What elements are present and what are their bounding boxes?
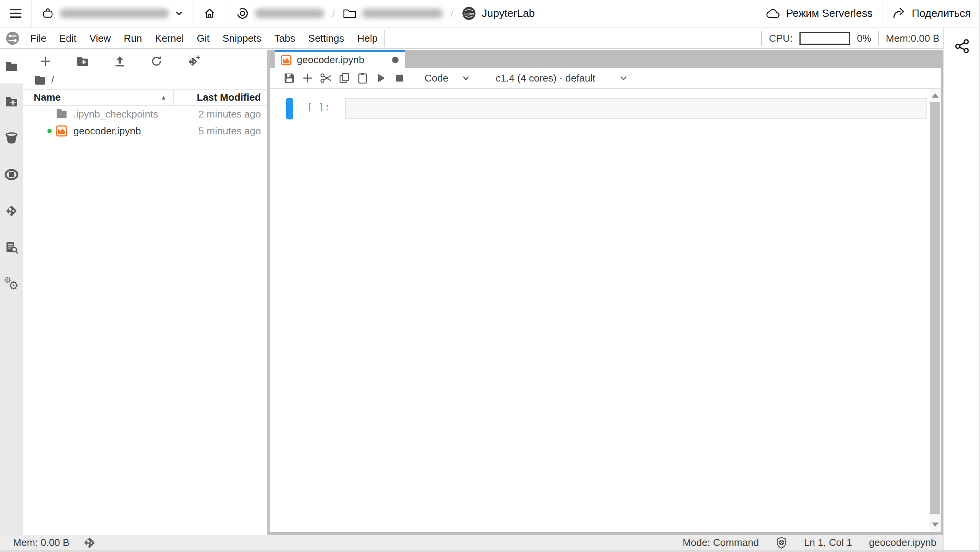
redacted-service-name bbox=[60, 9, 169, 18]
document-search-icon bbox=[5, 240, 18, 254]
memory-usage: Mem: 0.00 B bbox=[13, 537, 69, 549]
active-filename[interactable]: geocoder.ipynb bbox=[869, 537, 936, 549]
status-divider bbox=[878, 31, 879, 46]
menu-tabs[interactable]: Tabs bbox=[268, 33, 302, 44]
notebook-toolbar: Code c1.4 (4 cores) - default bbox=[270, 68, 941, 89]
sidebar-tab-toc-search[interactable] bbox=[0, 229, 23, 265]
file-row-geocoder-ipynb[interactable]: geocoder.ipynb 5 minutes ago bbox=[23, 122, 267, 139]
new-launcher-button[interactable] bbox=[40, 56, 51, 67]
community-target-icon bbox=[236, 7, 249, 20]
main-menu-cell bbox=[0, 0, 32, 27]
sidebar-tab-new-directory[interactable] bbox=[0, 83, 23, 120]
cut-cells-button[interactable] bbox=[317, 70, 335, 87]
cursor-position[interactable]: Ln 1, Col 1 bbox=[804, 537, 852, 549]
breadcrumb-separator: / bbox=[448, 7, 456, 20]
serverless-mode-button[interactable]: Режим Serverless bbox=[757, 0, 882, 27]
file-list-header: Name ▲ Last Modified bbox=[23, 89, 267, 106]
menu-edit[interactable]: Edit bbox=[53, 33, 83, 44]
service-bag-icon bbox=[41, 7, 54, 20]
home-button[interactable] bbox=[203, 7, 217, 20]
cpu-value: 0% bbox=[857, 33, 871, 44]
stop-kernel-button[interactable] bbox=[390, 70, 409, 87]
folder-plus-icon bbox=[5, 96, 18, 108]
redacted-project-name[interactable] bbox=[255, 9, 324, 18]
bucket-icon bbox=[5, 132, 18, 144]
menu-help[interactable]: Help bbox=[351, 33, 384, 44]
scroll-down-arrow[interactable] bbox=[932, 523, 939, 527]
menu-run[interactable]: Run bbox=[117, 33, 149, 44]
memory-indicator: Mem:0.00 B bbox=[886, 33, 939, 44]
jupyter-logo-icon: jupyter bbox=[461, 6, 477, 21]
sidebar-tab-file-browser[interactable] bbox=[0, 50, 23, 83]
app-title: JupyterLab bbox=[482, 7, 535, 20]
cell-type-select[interactable]: Code bbox=[425, 72, 470, 84]
refresh-button[interactable] bbox=[151, 56, 162, 67]
cell-selection-bar bbox=[286, 98, 293, 119]
menu-file[interactable]: File bbox=[24, 33, 53, 44]
window-bottom-edge bbox=[0, 550, 980, 552]
svg-text:jupyter: jupyter bbox=[463, 12, 474, 16]
menu-divider bbox=[384, 30, 385, 47]
file-browser-breadcrumb[interactable]: / bbox=[23, 70, 267, 89]
file-browser-toolbar bbox=[23, 52, 267, 70]
paste-cells-button[interactable] bbox=[353, 70, 372, 87]
tab-geocoder-ipynb[interactable]: geocoder.ipynb bbox=[275, 50, 405, 68]
hamburger-menu-button[interactable] bbox=[9, 8, 22, 19]
sidebar-tab-settings[interactable]: ⚙⚙ bbox=[0, 265, 23, 302]
kernel-select[interactable]: c1.4 (4 cores) - default bbox=[496, 72, 628, 84]
sidebar-tab-bucket[interactable] bbox=[0, 120, 23, 156]
right-margin bbox=[943, 28, 980, 552]
share-button[interactable]: Поделиться bbox=[882, 0, 980, 27]
column-header-name[interactable]: Name ▲ bbox=[23, 90, 174, 105]
notebook-dock-panel: geocoder.ipynb bbox=[270, 50, 943, 535]
redacted-folder-name[interactable] bbox=[362, 9, 443, 18]
chevron-down-icon bbox=[174, 9, 184, 18]
scroll-up-arrow[interactable] bbox=[932, 93, 939, 98]
cell-input-editor[interactable] bbox=[345, 98, 927, 119]
menu-settings[interactable]: Settings bbox=[302, 33, 351, 44]
menu-bar: File Edit View Run Kernel Git Snippets T… bbox=[0, 28, 943, 49]
upload-button[interactable] bbox=[114, 56, 125, 67]
notebook-content: [ ]: bbox=[270, 89, 941, 532]
stop-oval-icon bbox=[4, 169, 19, 180]
notebook-mode[interactable]: Mode: Command bbox=[682, 537, 759, 549]
git-branch-icon bbox=[5, 204, 18, 218]
sidebar-tab-git[interactable] bbox=[0, 193, 23, 229]
kernel-running-indicator bbox=[47, 129, 52, 133]
status-bar: Mem: 0.00 B Mode: Command Ln 1, Col 1 ge… bbox=[0, 535, 943, 550]
trust-shield-icon[interactable] bbox=[776, 537, 787, 549]
menu-view[interactable]: View bbox=[83, 33, 117, 44]
top-bar: / / jupyter JupyterLab Режим Serverless bbox=[0, 0, 980, 28]
datasphere-logo bbox=[5, 30, 21, 46]
activity-bar: ⚙⚙ bbox=[0, 50, 23, 535]
file-browser-panel: / Name ▲ Last Modified .ipynb_checkpoint… bbox=[23, 50, 267, 535]
new-folder-button[interactable] bbox=[77, 56, 89, 67]
file-row-ipynb-checkpoints[interactable]: .ipynb_checkpoints 2 minutes ago bbox=[23, 106, 267, 122]
folder-icon bbox=[34, 75, 46, 85]
scrollbar-thumb[interactable] bbox=[930, 102, 940, 514]
menu-snippets[interactable]: Snippets bbox=[216, 33, 268, 44]
run-cell-button[interactable] bbox=[372, 70, 390, 87]
share-nodes-icon[interactable] bbox=[954, 39, 970, 552]
sidebar-tab-running-sessions[interactable] bbox=[0, 156, 23, 193]
copy-cells-button[interactable] bbox=[335, 70, 353, 87]
share-arrow-icon bbox=[892, 7, 906, 20]
main-area: ⚙⚙ bbox=[0, 50, 943, 535]
folder-icon bbox=[5, 61, 18, 72]
git-init-button[interactable] bbox=[187, 55, 200, 67]
menu-git[interactable]: Git bbox=[190, 33, 216, 44]
notebook-scrollbar[interactable] bbox=[930, 89, 941, 532]
panel-splitter[interactable] bbox=[267, 50, 270, 535]
unsaved-changes-indicator[interactable] bbox=[392, 57, 399, 63]
settings-gears-icon: ⚙⚙ bbox=[4, 276, 19, 291]
tab-bar: geocoder.ipynb bbox=[270, 50, 941, 68]
menu-kernel[interactable]: Kernel bbox=[148, 33, 190, 44]
service-selector[interactable] bbox=[32, 0, 194, 27]
cpu-label: CPU: bbox=[769, 33, 793, 44]
save-button[interactable] bbox=[280, 70, 298, 87]
code-cell[interactable]: [ ]: bbox=[286, 98, 941, 119]
cpu-meter bbox=[799, 32, 850, 45]
column-header-modified[interactable]: Last Modified bbox=[174, 91, 267, 103]
add-cell-button[interactable] bbox=[298, 70, 317, 87]
git-status-icon[interactable] bbox=[83, 536, 96, 549]
